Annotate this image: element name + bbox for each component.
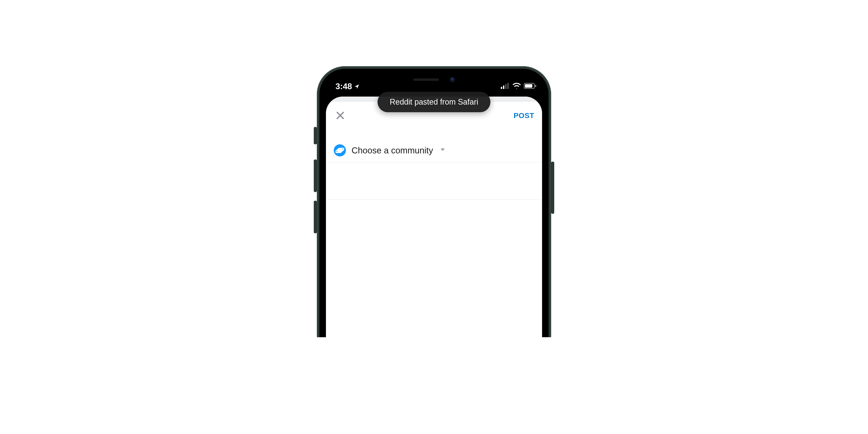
image-crop-mask [0,337,868,434]
phone-notch [386,71,482,88]
status-time: 3:48 [336,82,352,91]
mute-switch[interactable] [314,127,317,144]
svg-rect-6 [535,85,536,87]
volume-down-button[interactable] [314,201,317,233]
status-time-group: 3:48 [336,82,359,91]
post-title-field[interactable] [326,162,542,200]
volume-up-button[interactable] [314,159,317,192]
cellular-icon [501,83,509,90]
post-button-label: POST [514,111,534,120]
svg-rect-0 [501,87,502,89]
community-icon [334,144,346,156]
choose-community-label: Choose a community [351,146,433,155]
clipboard-toast: Reddit pasted from Safari [378,92,490,112]
svg-rect-5 [525,84,532,88]
toast-message: Reddit pasted from Safari [390,97,478,106]
svg-rect-1 [503,86,504,89]
svg-rect-2 [505,84,506,89]
choose-community-row[interactable]: Choose a community [326,139,542,162]
close-icon [336,111,345,120]
planet-icon [336,146,344,155]
front-camera [450,77,455,82]
post-button[interactable]: POST [514,111,534,120]
svg-rect-3 [507,83,509,89]
location-icon [354,82,359,91]
chevron-down-icon [440,148,445,153]
power-button[interactable] [551,162,554,214]
wifi-icon [513,83,521,90]
battery-icon [524,83,536,90]
earpiece-speaker [413,78,439,81]
close-button[interactable] [334,109,347,122]
